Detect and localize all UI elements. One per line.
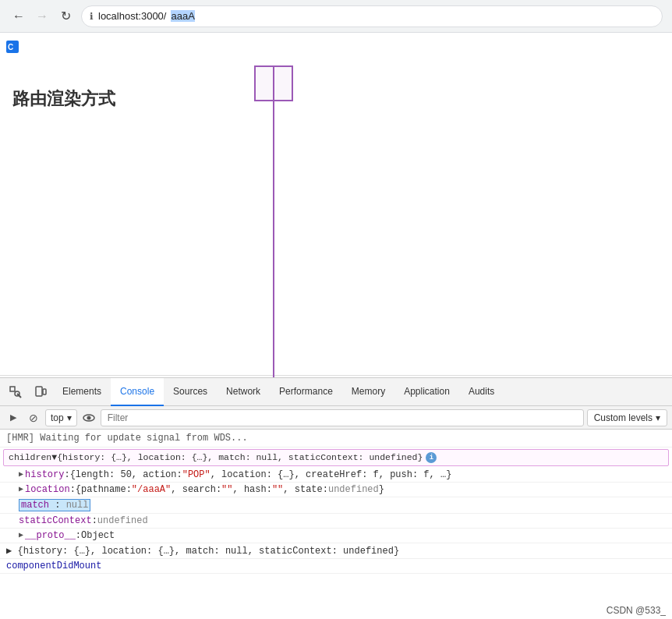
match-highlight: match : null bbox=[19, 499, 90, 511]
favicon: C bbox=[6, 41, 19, 53]
nav-buttons: ← → ↻ bbox=[9, 7, 75, 26]
address-bar[interactable]: ℹ localhost:3000/aaaA bbox=[81, 5, 663, 27]
device-toolbar-button[interactable] bbox=[30, 381, 51, 403]
static-context-value: undefined bbox=[97, 515, 148, 526]
match-property-line[interactable]: match : null bbox=[0, 497, 672, 514]
selection-box bbox=[254, 65, 293, 101]
console-output: [HMR] Waiting for update signal from WDS… bbox=[0, 430, 672, 619]
context-arrow: ▾ bbox=[67, 412, 72, 423]
devtools-panel: Elements Console Sources Network Perform… bbox=[0, 377, 672, 619]
history-rest: , location: {…}, createHref: f, push: f,… bbox=[210, 469, 452, 480]
history-action-value: "POP" bbox=[182, 469, 210, 480]
page-main-title: 路由渲染方式 bbox=[12, 87, 115, 111]
preserve-log-button[interactable] bbox=[80, 409, 97, 426]
location-key: location bbox=[25, 484, 70, 495]
svg-point-8 bbox=[87, 416, 90, 419]
tab-performance[interactable]: Performance bbox=[270, 378, 342, 406]
tab-elements[interactable]: Elements bbox=[53, 378, 111, 406]
url-highlight: aaaA bbox=[171, 10, 194, 22]
custom-levels-button[interactable]: Custom levels ▾ bbox=[587, 409, 667, 426]
svg-text:C: C bbox=[8, 43, 13, 51]
expand-arrow-bottom[interactable]: ▶ bbox=[6, 546, 17, 557]
match-value: null bbox=[66, 500, 89, 511]
custom-levels-label: Custom levels bbox=[594, 412, 653, 423]
svg-rect-5 bbox=[36, 387, 42, 396]
watermark: CSDN @533_ bbox=[607, 605, 666, 616]
history-expand[interactable]: ▶ bbox=[19, 469, 23, 479]
stop-button[interactable]: ⊘ bbox=[25, 409, 42, 426]
hmr-log-line: [HMR] Waiting for update signal from WDS… bbox=[0, 430, 672, 447]
svg-rect-2 bbox=[10, 387, 15, 391]
browser-toolbar: ← → ↻ ℹ localhost:3000/aaaA bbox=[0, 0, 672, 33]
back-button[interactable]: ← bbox=[9, 7, 28, 26]
tab-sources[interactable]: Sources bbox=[164, 378, 217, 406]
svg-rect-6 bbox=[43, 389, 46, 394]
url-prefix: localhost:3000/ bbox=[98, 10, 166, 22]
forward-button[interactable]: → bbox=[33, 7, 51, 26]
children-key: children bbox=[9, 452, 51, 462]
proto-line[interactable]: ▶ __proto__ : Object bbox=[0, 529, 672, 543]
lock-icon: ℹ bbox=[90, 11, 94, 22]
proto-key: __proto__ bbox=[25, 530, 76, 541]
console-filter-input[interactable] bbox=[101, 409, 584, 426]
match-key: match bbox=[21, 500, 49, 511]
history-property-line[interactable]: ▶ history : {length: 50, action: "POP" ,… bbox=[0, 468, 672, 483]
bottom-object-text: {history: {…}, location: {…}, match: nul… bbox=[17, 546, 399, 557]
devtools-toolbar: ▶ ⊘ top ▾ Custom levels ▾ bbox=[0, 406, 672, 430]
location-pathname: "/aaaA" bbox=[132, 484, 171, 495]
hmr-text: [HMR] Waiting for update signal from WDS… bbox=[6, 433, 248, 444]
tab-console[interactable]: Console bbox=[111, 378, 164, 406]
page-content: C 路由渲染方式 bbox=[0, 33, 672, 376]
location-search: "" bbox=[221, 484, 232, 495]
proto-expand[interactable]: ▶ bbox=[19, 530, 23, 539]
location-hash: "" bbox=[272, 484, 283, 495]
static-context-key: staticContext bbox=[19, 515, 92, 526]
inspect-element-button[interactable] bbox=[5, 381, 27, 403]
component-did-mount-text: componentDidMount bbox=[6, 561, 101, 571]
children-object-line[interactable]: children ▼ {history: {…}, location: {…},… bbox=[3, 449, 669, 466]
tab-network[interactable]: Network bbox=[217, 378, 270, 406]
context-label: top bbox=[51, 412, 64, 423]
location-rest: , search: bbox=[171, 484, 221, 495]
context-selector[interactable]: top ▾ bbox=[45, 409, 77, 426]
run-script-button[interactable]: ▶ bbox=[5, 409, 22, 426]
history-value: {length: 50, action: bbox=[70, 469, 182, 480]
location-state: undefined bbox=[328, 484, 379, 495]
devtools-tabs: Elements Console Sources Network Perform… bbox=[0, 378, 672, 406]
location-property-line[interactable]: ▶ location : {pathname: "/aaaA" , search… bbox=[0, 483, 672, 497]
custom-levels-arrow: ▾ bbox=[656, 412, 660, 423]
object-preview: {history: {…}, location: {…}, match: nul… bbox=[57, 452, 423, 462]
bottom-object-line[interactable]: ▶ {history: {…}, location: {…}, match: n… bbox=[0, 543, 672, 559]
tab-application[interactable]: Application bbox=[394, 378, 459, 406]
tab-memory[interactable]: Memory bbox=[342, 378, 394, 406]
location-expand[interactable]: ▶ bbox=[19, 484, 23, 493]
static-context-line[interactable]: staticContext : undefined bbox=[0, 514, 672, 529]
refresh-button[interactable]: ↻ bbox=[56, 7, 75, 26]
tab-audits[interactable]: Audits bbox=[459, 378, 504, 406]
expand-arrow[interactable]: ▼ bbox=[51, 452, 57, 462]
info-icon[interactable]: i bbox=[426, 452, 437, 463]
proto-value: Object bbox=[81, 530, 115, 541]
location-value: {pathname: bbox=[76, 484, 132, 495]
history-key: history bbox=[25, 469, 64, 480]
component-did-mount-line: componentDidMount bbox=[0, 559, 672, 574]
